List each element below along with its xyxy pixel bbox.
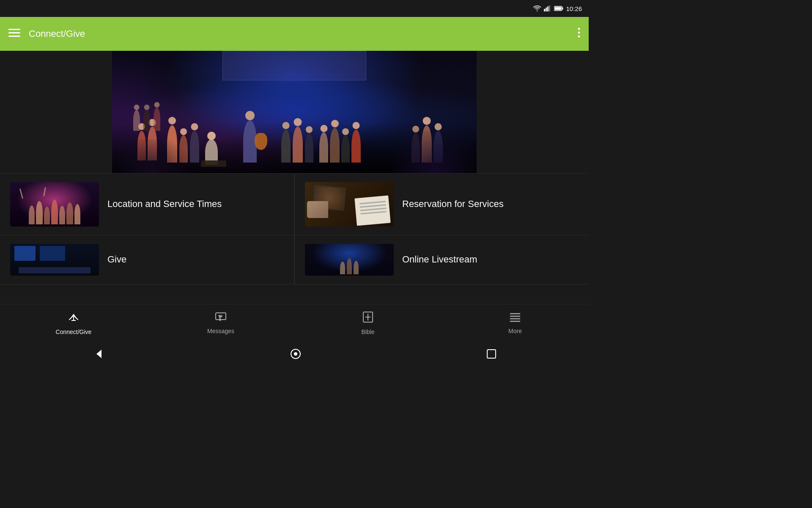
hero-side-left <box>0 51 112 173</box>
svg-point-29 <box>294 352 297 356</box>
app-bar: Connect/Give <box>0 17 589 51</box>
grid-row-1: Location and Service Times <box>0 174 589 235</box>
hamburger-menu-button[interactable] <box>8 28 20 40</box>
location-service-times-item[interactable]: Location and Service Times <box>0 174 294 235</box>
overflow-menu-button[interactable] <box>578 28 580 40</box>
svg-marker-16 <box>218 318 221 321</box>
nav-connect-give[interactable]: Connect/Give <box>0 304 147 342</box>
status-icons: 10:26 <box>533 5 582 12</box>
svg-point-11 <box>578 32 580 34</box>
back-button[interactable] <box>92 348 105 362</box>
page-title: Connect/Give <box>29 28 578 39</box>
content-area: Location and Service Times <box>0 51 589 284</box>
grid-row-2: Give Online Livestream <box>0 235 589 284</box>
online-livestream-label: Online Livestream <box>402 254 477 266</box>
battery-icon <box>554 6 563 11</box>
give-label: Give <box>107 254 126 266</box>
svg-rect-1 <box>546 8 547 11</box>
svg-rect-3 <box>549 6 550 11</box>
home-button[interactable] <box>290 348 302 362</box>
svg-rect-30 <box>487 350 496 358</box>
svg-rect-9 <box>8 36 20 37</box>
svg-rect-0 <box>544 9 545 11</box>
reservation-thumbnail <box>305 182 394 226</box>
hero-image <box>112 51 477 173</box>
nav-connect-give-label: Connect/Give <box>56 329 92 335</box>
stage-screen <box>222 51 366 80</box>
connect-give-icon <box>68 311 80 326</box>
reservation-services-item[interactable]: Reservation for Services <box>295 174 589 235</box>
bottom-nav: Connect/Give Messages Bible <box>0 304 589 342</box>
reservation-services-label: Reservation for Services <box>402 198 504 210</box>
svg-point-10 <box>578 28 580 30</box>
svg-rect-7 <box>8 29 20 30</box>
hero-row <box>0 51 589 174</box>
more-icon <box>510 312 521 325</box>
wifi-icon <box>533 6 541 11</box>
svg-rect-2 <box>547 6 549 11</box>
messages-icon <box>215 312 227 325</box>
svg-rect-8 <box>8 32 20 33</box>
location-service-times-label: Location and Service Times <box>107 198 222 210</box>
online-livestream-item[interactable]: Online Livestream <box>295 235 589 284</box>
status-time: 10:26 <box>566 5 582 12</box>
location-thumbnail <box>10 182 99 226</box>
bible-icon <box>362 311 373 326</box>
give-thumbnail <box>10 244 99 276</box>
nav-messages[interactable]: Messages <box>147 304 294 342</box>
livestream-thumbnail <box>305 244 394 276</box>
nav-messages-label: Messages <box>207 328 234 334</box>
nav-bible[interactable]: Bible <box>294 304 442 342</box>
system-nav-bar <box>0 342 589 367</box>
hero-side-right <box>477 51 589 173</box>
svg-rect-6 <box>555 7 562 10</box>
svg-rect-5 <box>562 8 563 10</box>
svg-marker-27 <box>96 350 102 358</box>
nav-bible-label: Bible <box>361 329 374 335</box>
status-bar: 10:26 <box>0 0 589 17</box>
nav-more[interactable]: More <box>442 304 589 342</box>
give-item[interactable]: Give <box>0 235 294 284</box>
recent-apps-button[interactable] <box>486 349 497 361</box>
nav-more-label: More <box>508 328 522 334</box>
svg-point-12 <box>578 36 580 38</box>
signal-icon <box>544 6 551 11</box>
